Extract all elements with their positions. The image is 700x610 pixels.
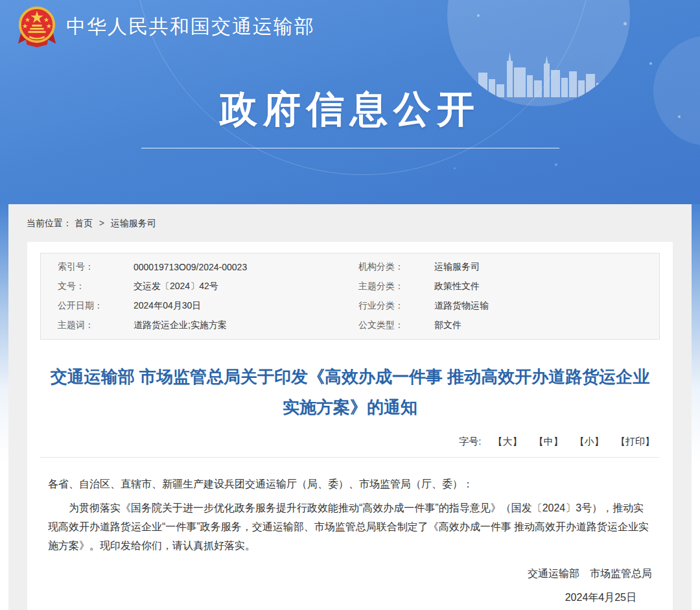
breadcrumb-current-link[interactable]: 运输服务司 bbox=[111, 218, 156, 228]
meta-value: 政策性文件 bbox=[434, 281, 480, 292]
article-body: 各省、自治区、直辖市、新疆生产建设兵团交通运输厅（局、委）、市场监管局（厅、委）… bbox=[40, 475, 660, 610]
breadcrumb: 当前位置： 首页 > 运输服务司 bbox=[8, 204, 692, 242]
meta-value: 部文件 bbox=[434, 320, 461, 331]
meta-row-doc-number: 文号： 交运发〔2024〕42号 bbox=[41, 277, 350, 296]
site-title: 中华人民共和国交通运输部 bbox=[66, 14, 315, 40]
meta-row-doc-type: 公文类型： 部文件 bbox=[350, 316, 659, 335]
issue-date: 2024年4月25日 bbox=[48, 588, 652, 607]
meta-value: 道路货物运输 bbox=[434, 300, 489, 312]
meta-row-keywords: 主题词： 道路货运企业;实施方案 bbox=[41, 316, 350, 335]
issuing-agencies: 交通运输部 市场监管总局 bbox=[48, 564, 652, 583]
meta-value: 运输服务司 bbox=[434, 261, 480, 273]
banner-underline bbox=[141, 148, 559, 148]
font-size-toolbar: 字号: 【大】 【中】 【小】 【打印】 bbox=[40, 436, 660, 458]
breadcrumb-separator: > bbox=[99, 218, 104, 228]
meta-row-industry-category: 行业分类： 道路货物运输 bbox=[350, 296, 659, 316]
body-paragraph: 为贯彻落实《国务院关于进一步优化政务服务提升行政效能推动“高效办成一件事”的指导… bbox=[48, 499, 652, 555]
meta-value: 交运发〔2024〕42号 bbox=[134, 281, 218, 292]
salutation: 各省、自治区、直辖市、新疆生产建设兵团交通运输厅（局、委）、市场监管局（厅、委）… bbox=[48, 475, 652, 493]
meta-value: 道路货运企业;实施方案 bbox=[134, 320, 227, 331]
meta-label: 行业分类： bbox=[358, 300, 434, 312]
banner: 政府信息公开 bbox=[0, 84, 700, 148]
article-title: 交通运输部 市场监管总局关于印发《高效办成一件事 推动高效开办道路货运企业实施方… bbox=[45, 362, 655, 423]
font-size-medium-button[interactable]: 【中】 bbox=[534, 436, 563, 447]
meta-label: 索引号： bbox=[58, 261, 134, 273]
document-metadata-table: 索引号： 000019713O09/2024-00023 机构分类： 运输服务司… bbox=[40, 253, 660, 340]
meta-row-index-number: 索引号： 000019713O09/2024-00023 bbox=[41, 257, 350, 277]
meta-value: 2024年04月30日 bbox=[134, 300, 201, 312]
site-topbar: 中华人民共和国交通运输部 bbox=[0, 0, 700, 53]
meta-label: 主题词： bbox=[58, 320, 134, 331]
dot-decoration bbox=[555, 163, 557, 166]
national-emblem-icon bbox=[17, 6, 57, 47]
meta-label: 公文类型： bbox=[358, 320, 434, 331]
meta-label: 机构分类： bbox=[358, 261, 434, 273]
print-button[interactable]: 【打印】 bbox=[616, 436, 655, 447]
breadcrumb-home-link[interactable]: 首页 bbox=[75, 218, 93, 228]
font-size-large-button[interactable]: 【大】 bbox=[493, 436, 522, 447]
page-header: 中华人民共和国交通运输部 政府信息公开 bbox=[0, 0, 700, 204]
breadcrumb-label: 当前位置： bbox=[27, 218, 72, 228]
meta-label: 主题分类： bbox=[358, 281, 434, 292]
meta-row-org-category: 机构分类： 运输服务司 bbox=[350, 257, 659, 277]
banner-title: 政府信息公开 bbox=[0, 84, 700, 135]
meta-row-topic-category: 主题分类： 政策性文件 bbox=[350, 277, 659, 296]
meta-row-publish-date: 公开日期： 2024年04月30日 bbox=[41, 296, 350, 316]
article-container: 索引号： 000019713O09/2024-00023 机构分类： 运输服务司… bbox=[27, 242, 673, 610]
meta-value: 000019713O09/2024-00023 bbox=[134, 262, 247, 272]
content-wrapper: 当前位置： 首页 > 运输服务司 索引号： 000019713O09/2024-… bbox=[8, 204, 692, 610]
dot-decoration bbox=[649, 62, 652, 65]
dot-decoration bbox=[454, 167, 456, 169]
meta-label: 文号： bbox=[58, 281, 134, 292]
font-size-small-button[interactable]: 【小】 bbox=[575, 436, 604, 447]
font-size-label: 字号: bbox=[459, 436, 481, 447]
meta-label: 公开日期： bbox=[58, 300, 134, 312]
